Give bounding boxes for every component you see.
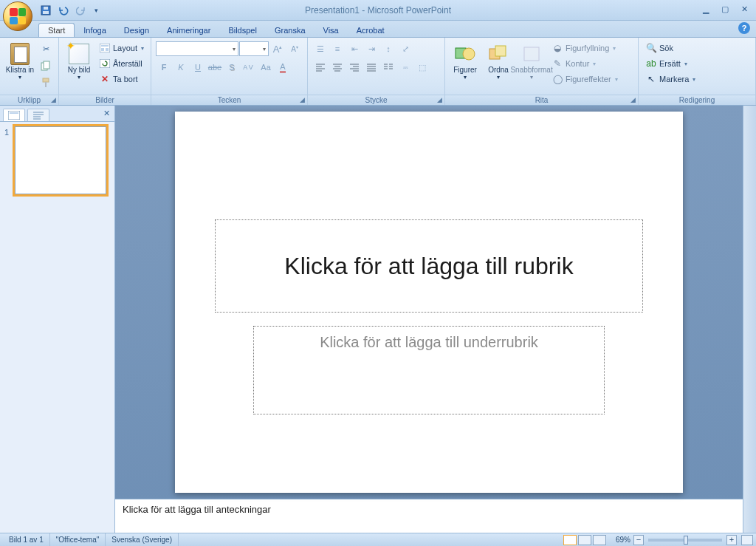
zoom-percent[interactable]: 69%: [613, 536, 633, 544]
shape-fill-button[interactable]: ◒Figurfyllning▾: [549, 41, 620, 55]
change-case-button[interactable]: Aa: [258, 59, 274, 75]
slide-panel-tabs: ✕: [0, 106, 114, 122]
align-center-icon: [332, 63, 343, 72]
redo-button[interactable]: [74, 3, 89, 18]
delete-slide-button[interactable]: ✕ Ta bort: [97, 72, 146, 86]
slides-tab[interactable]: [3, 109, 25, 121]
align-left-icon: [315, 63, 326, 72]
grow-font-button[interactable]: A▴: [269, 41, 286, 57]
justify-button[interactable]: [363, 59, 379, 75]
char-spacing-button[interactable]: AV: [241, 59, 257, 75]
tab-start[interactable]: Start: [38, 23, 75, 37]
tab-acrobat[interactable]: Acrobat: [348, 24, 394, 37]
tab-infoga[interactable]: Infoga: [75, 24, 115, 37]
strike-icon: abe: [208, 63, 221, 72]
tab-design[interactable]: Design: [115, 24, 158, 37]
text-direction-button[interactable]: ⤢: [397, 41, 413, 57]
align-text-icon: ⎓: [403, 63, 408, 72]
zoom-in-button[interactable]: +: [726, 535, 737, 545]
close-button[interactable]: ✕: [737, 1, 752, 16]
fit-to-window-button[interactable]: [741, 535, 753, 545]
cut-button[interactable]: ✂: [38, 41, 54, 57]
align-left-button[interactable]: [312, 59, 329, 75]
paragraph-launcher[interactable]: ◢: [437, 96, 442, 103]
font-size-combo[interactable]: ▾: [239, 41, 269, 56]
sorter-view-button[interactable]: [578, 535, 591, 545]
find-button[interactable]: 🔍Sök: [643, 41, 698, 55]
reset-button[interactable]: Återställ: [97, 56, 146, 71]
align-center-button[interactable]: [329, 59, 346, 75]
clipboard-launcher[interactable]: ◢: [51, 96, 56, 103]
zoom-slider-knob[interactable]: [684, 536, 688, 545]
arrange-button[interactable]: Ordna▾: [483, 41, 514, 89]
minimize-button[interactable]: ▁: [698, 1, 713, 16]
tab-animeringar[interactable]: Animeringar: [158, 24, 219, 37]
help-button[interactable]: ?: [738, 22, 750, 34]
outdent-icon: ⇤: [351, 44, 358, 54]
group-slides: Ny bild ▾ Layout▾ Återställ ✕ Ta bort Bi…: [59, 38, 151, 105]
undo-button[interactable]: [56, 3, 71, 18]
status-language[interactable]: Svenska (Sverige): [106, 533, 179, 546]
replace-button[interactable]: abErsätt▾: [643, 56, 698, 71]
reset-icon: [99, 58, 111, 69]
select-button[interactable]: ↖Markera▾: [643, 72, 698, 86]
numbering-icon: ≡: [335, 44, 340, 53]
font-color-button[interactable]: A: [275, 59, 291, 75]
notes-pane[interactable]: Klicka för att lägga till anteckningar: [115, 499, 743, 533]
decrease-indent-button[interactable]: ⇤: [346, 41, 362, 57]
layout-button[interactable]: Layout▾: [97, 41, 146, 55]
panel-close-button[interactable]: ✕: [103, 109, 110, 118]
bullets-button[interactable]: ☰: [312, 41, 329, 57]
tab-bildspel[interactable]: Bildspel: [219, 24, 266, 37]
zoom-slider[interactable]: [648, 539, 722, 542]
subtitle-placeholder[interactable]: Klicka för att lägga till underrubrik: [253, 326, 605, 414]
columns-button[interactable]: [380, 59, 396, 75]
qat-customize-button[interactable]: ▾: [92, 3, 100, 18]
title-placeholder[interactable]: Klicka för att lägga till rubrik: [215, 219, 643, 313]
paste-button[interactable]: Klistra in ▾: [4, 41, 35, 89]
shape-effects-button[interactable]: ◯Figureffekter▾: [549, 72, 620, 86]
vertical-scrollbar[interactable]: [743, 106, 756, 533]
line-spacing-button[interactable]: ↕: [380, 41, 396, 57]
shape-outline-button[interactable]: ✎Kontur▾: [549, 56, 620, 71]
effects-icon: ◯: [551, 73, 563, 85]
tab-visa[interactable]: Visa: [315, 24, 348, 37]
font-name-combo[interactable]: ▾: [156, 41, 238, 56]
office-button[interactable]: [3, 1, 32, 31]
numbering-button[interactable]: ≡: [329, 41, 346, 57]
font-launcher[interactable]: ◢: [300, 96, 305, 103]
shapes-button[interactable]: Figurer▾: [450, 41, 481, 89]
title-placeholder-text: Klicka för att lägga till rubrik: [284, 253, 573, 280]
office-logo-icon: [10, 8, 26, 24]
underline-button[interactable]: U: [190, 59, 206, 75]
new-slide-button[interactable]: Ny bild ▾: [63, 41, 94, 89]
italic-button[interactable]: K: [173, 59, 189, 75]
quickstyles-button[interactable]: Snabbformat▾: [516, 41, 547, 89]
slide-canvas-area[interactable]: Klicka för att lägga till rubrik Klicka …: [115, 106, 743, 499]
save-button[interactable]: [38, 3, 53, 18]
shrink-font-button[interactable]: A▾: [286, 41, 303, 57]
svg-rect-8: [101, 45, 109, 47]
drawing-launcher[interactable]: ◢: [630, 96, 636, 103]
outline-tab[interactable]: [27, 109, 49, 121]
thumbnail-item[interactable]: 1: [4, 126, 110, 194]
align-right-button[interactable]: [346, 59, 362, 75]
bold-button[interactable]: F: [156, 59, 172, 75]
slideshow-view-button[interactable]: [593, 535, 606, 545]
thumbnail-preview[interactable]: [15, 126, 106, 194]
copy-button[interactable]: [38, 58, 54, 74]
tab-granska[interactable]: Granska: [266, 24, 315, 37]
thumbnail-list[interactable]: 1: [0, 122, 114, 533]
svg-rect-5: [43, 78, 49, 82]
align-text-button[interactable]: ⎓: [397, 59, 413, 75]
zoom-out-button[interactable]: −: [633, 535, 644, 545]
strike-button[interactable]: abe: [207, 59, 223, 75]
format-painter-button[interactable]: [38, 75, 54, 91]
shadow-button[interactable]: S: [224, 59, 240, 75]
slides-tab-icon: [8, 111, 20, 120]
convert-smartart-button[interactable]: ⬚: [414, 59, 430, 75]
restore-button[interactable]: ▢: [718, 1, 732, 16]
increase-indent-button[interactable]: ⇥: [363, 41, 379, 57]
slide[interactable]: Klicka för att lägga till rubrik Klicka …: [175, 112, 683, 493]
normal-view-button[interactable]: [563, 535, 577, 545]
